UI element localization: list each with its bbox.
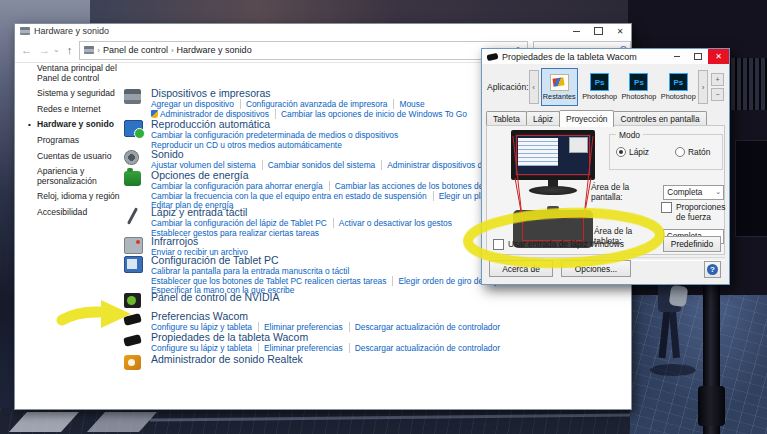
breadcrumb-icon	[84, 46, 94, 54]
speaker-icon	[124, 150, 139, 165]
photoshop-icon: Ps	[590, 73, 609, 91]
chevron-down-icon: ⌄	[715, 188, 721, 196]
help-icon: ?	[707, 264, 718, 275]
minimize-button[interactable]	[666, 49, 687, 64]
screen-area-field: Área de la pantalla: Completa ⌄	[591, 182, 724, 202]
window-titlebar: Hardware y sonido	[15, 24, 631, 38]
section-title[interactable]: Preferencias Wacom	[151, 310, 591, 322]
cp-link[interactable]: Configure su lápiz y tableta	[151, 343, 259, 353]
minimize-button[interactable]	[565, 24, 587, 38]
printer-icon	[20, 27, 30, 35]
section-nvidia: Panel de control de NVIDIA	[121, 291, 591, 304]
sidebar: Ventana principal del Panel de control S…	[23, 64, 127, 224]
scroll-right-button[interactable]: ›	[698, 70, 708, 104]
sidebar-item-system-security[interactable]: Sistema y seguridad	[37, 89, 127, 99]
cp-link[interactable]: Descargar actualización de controlador	[355, 343, 500, 353]
screen-area-dropdown[interactable]: Completa ⌄	[663, 185, 724, 200]
application-label: Aplicación:	[487, 82, 529, 92]
wacom-tablet-icon	[123, 313, 142, 326]
breadcrumb-current[interactable]: Hardware y sonido	[177, 45, 252, 55]
screen-area-label: Área de la pantalla:	[591, 182, 660, 202]
shoulder-bag	[669, 285, 689, 307]
section-title[interactable]: Administrador de sonido Realtek	[151, 353, 591, 365]
tablet-pc-icon	[124, 256, 143, 273]
uac-shield-icon	[151, 110, 158, 118]
up-button[interactable]: ↑	[67, 45, 73, 55]
desktop: Hardware y sonido ✕ ← → ⌄ ↑ › Panel de c…	[0, 0, 767, 434]
cp-link[interactable]: Cambiar la frecuencia con la que el equi…	[151, 191, 434, 201]
pedestrian-shadow	[650, 364, 696, 376]
section-realtek: Administrador de sonido Realtek	[121, 353, 591, 366]
cp-link[interactable]: Cambiar la configuración para ahorrar en…	[151, 181, 330, 191]
mode-group: Modo Lápiz Ratón	[609, 134, 723, 170]
autoplay-icon	[124, 120, 143, 137]
cp-link[interactable]: Cambiar la configuración predeterminada …	[151, 130, 398, 140]
scroll-left-button[interactable]: ‹	[529, 70, 539, 104]
sidebar-item-appearance[interactable]: Apariencia y personalización	[37, 167, 127, 186]
remove-app-button[interactable]: −	[711, 88, 724, 101]
cp-link[interactable]: Cambiar la configuración del lápiz de Ta…	[151, 218, 334, 228]
sidebar-item-network[interactable]: Redes e Internet	[37, 105, 127, 115]
breadcrumb-root[interactable]: Panel de control	[103, 45, 168, 55]
app-tile-photoshop[interactable]: Ps Photoshop	[661, 69, 696, 105]
balcony-railing	[729, 58, 767, 110]
force-proportions-checkbox[interactable]: Proporciones de fuerza	[661, 202, 721, 222]
cp-link[interactable]: Calibrar la pantalla para la entrada man…	[151, 266, 349, 276]
cp-link[interactable]: Mouse	[399, 99, 424, 109]
back-button[interactable]: ←	[21, 45, 32, 55]
pedestrian	[650, 272, 696, 384]
cp-link[interactable]: Agregar un dispositivo	[151, 99, 241, 109]
infrared-icon	[124, 237, 143, 254]
sidebar-item-programs[interactable]: Programas	[37, 136, 127, 146]
cp-link[interactable]: Activar o desactivar los gestos	[339, 218, 452, 228]
lamp-post-base	[698, 386, 725, 426]
sidebar-item-home[interactable]: Ventana principal del Panel de control	[37, 64, 127, 83]
close-button[interactable]: ✕	[708, 49, 729, 64]
radio-selected-icon	[616, 147, 626, 157]
app-tile-photoshop[interactable]: Ps Photoshop	[582, 69, 617, 105]
section-wacom-preferences: Preferencias Wacom Configure su lápiz y …	[121, 310, 591, 333]
cp-link[interactable]: Configuración avanzada de impresora	[246, 99, 395, 109]
active-bullet: •	[28, 120, 31, 130]
application-selector: Aplicación: ‹ Restantes Ps Photoshop Ps …	[487, 67, 724, 107]
section-title[interactable]: Panel de control de NVIDIA	[151, 291, 591, 303]
radio-mouse[interactable]: Ratón	[675, 147, 710, 157]
wacom-tablet-icon	[123, 334, 142, 347]
maximize-button[interactable]	[587, 24, 609, 38]
all-other-apps-icon	[550, 74, 569, 91]
maximize-button[interactable]	[687, 49, 708, 64]
crumb-separator: ›	[97, 46, 100, 55]
app-tile-photoshop[interactable]: Ps Photoshop	[621, 69, 656, 105]
section-wacom-properties: Propiedades de la tableta Wacom Configur…	[121, 331, 591, 354]
tab-proyeccion[interactable]: Proyección	[559, 110, 614, 127]
address-bar[interactable]: › Panel de control › Hardware y sonido ⌄…	[79, 41, 528, 60]
history-dropdown-icon[interactable]: ⌄	[53, 45, 60, 55]
section-title[interactable]: Propiedades de la tableta Wacom	[151, 331, 591, 343]
wacom-properties-dialog: Propiedades de la tableta Wacom ✕ Aplica…	[481, 48, 730, 285]
close-button[interactable]: ✕	[609, 24, 631, 38]
window-title: Hardware y sonido	[34, 26, 109, 36]
crumb-separator: ›	[171, 46, 174, 55]
default-button[interactable]: Predefinido	[663, 236, 721, 252]
help-button[interactable]: ?	[704, 261, 721, 278]
printer-icon	[124, 89, 141, 104]
cp-link[interactable]: Eliminar preferencias	[264, 343, 350, 353]
app-tile-restantes[interactable]: Restantes	[541, 68, 578, 106]
radio-pen[interactable]: Lápiz	[616, 147, 649, 157]
about-button[interactable]: Acerca de	[489, 260, 553, 277]
realtek-icon	[124, 355, 141, 370]
forward-button[interactable]: →	[39, 45, 50, 55]
sidebar-item-hardware-sound[interactable]: •Hardware y sonido	[37, 120, 127, 130]
projection-tab-panel: Modo Lápiz Ratón Área de la pantalla: Co…	[486, 125, 725, 255]
sidebar-item-clock-region[interactable]: Reloj, idioma y región	[37, 192, 127, 202]
sidebar-item-user-accounts[interactable]: Cuentas de usuario	[37, 152, 127, 162]
cp-link[interactable]: Establecer que los botones de Tablet PC …	[151, 276, 393, 286]
building-window	[735, 140, 767, 237]
sidebar-item-accessibility[interactable]: Accesibilidad	[37, 208, 127, 218]
options-button[interactable]: Opciones...	[561, 260, 631, 277]
add-app-button[interactable]: +	[711, 73, 724, 86]
power-icon	[124, 171, 141, 186]
photoshop-icon: Ps	[629, 73, 648, 91]
photoshop-icon: Ps	[669, 73, 688, 91]
windows-ink-checkbox[interactable]: Usar entrada de lápiz Windows	[493, 239, 624, 250]
